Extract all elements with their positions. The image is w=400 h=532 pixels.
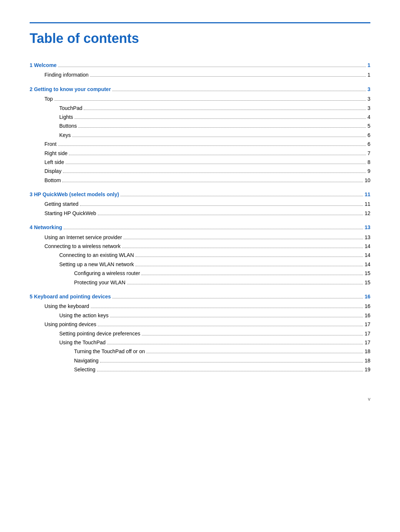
toc-entry-text: Navigating	[74, 357, 99, 365]
toc-entry-text: 5 Keyboard and pointing devices	[30, 292, 111, 301]
toc-entry-text: Display	[44, 167, 61, 175]
toc-page-number: 3	[367, 85, 370, 93]
toc-entry-text: Turning the TouchPad off or on	[74, 347, 145, 355]
toc-entry: Protecting your WLAN15	[30, 278, 370, 287]
toc-dots	[62, 182, 363, 182]
toc-page-number: 16	[364, 311, 370, 319]
toc-dots	[58, 67, 366, 67]
toc-entry-text: Buttons	[59, 122, 77, 130]
toc-entry-text: Setting up a new WLAN network	[59, 260, 134, 268]
toc-dots	[84, 110, 366, 110]
toc-dots	[100, 362, 363, 362]
toc-entry: Configuring a wireless router15	[30, 269, 370, 277]
toc-dots	[107, 344, 363, 344]
toc-dots	[110, 317, 363, 317]
toc-page-number: 1	[367, 71, 370, 79]
toc-entry-text: 3 HP QuickWeb (select models only)	[30, 190, 119, 198]
footer-page-number: v	[30, 396, 370, 402]
toc-entry: 2 Getting to know your computer3	[30, 85, 370, 93]
toc-entry-text: Setting pointing device preferences	[59, 329, 140, 338]
toc-page-number: 15	[364, 278, 370, 287]
toc-dots	[123, 239, 363, 239]
toc-page-number: 14	[364, 260, 370, 268]
toc-entry: Bottom10	[30, 176, 370, 184]
toc-entry-text: Top	[44, 95, 53, 103]
toc-page-number: 17	[364, 320, 370, 328]
toc-entry-text: TouchPad	[59, 104, 82, 112]
toc-page-number: 6	[367, 131, 370, 139]
toc-page-number: 14	[364, 242, 370, 250]
toc-dots	[127, 284, 363, 284]
toc-entry-text: Getting started	[44, 200, 79, 208]
toc-page-number: 12	[364, 209, 370, 217]
toc-page-number: 14	[364, 251, 370, 259]
toc-entry-text: 4 Networking	[30, 223, 62, 231]
toc-entry: 5 Keyboard and pointing devices16	[30, 292, 370, 301]
toc-entry: Navigating18	[30, 357, 370, 365]
toc-dots	[80, 205, 363, 206]
toc-entry: 4 Networking13	[30, 223, 370, 231]
toc-entry: Using pointing devices17	[30, 320, 370, 328]
toc-page-number: 1	[367, 61, 370, 69]
toc-entry: Top3	[30, 95, 370, 103]
toc-entry: Using the action keys16	[30, 311, 370, 319]
toc-dots	[66, 164, 366, 164]
toc-entry: Setting up a new WLAN network14	[30, 260, 370, 268]
toc-entry: Using the keyboard16	[30, 302, 370, 310]
toc-entry: 3 HP QuickWeb (select models only)11	[30, 190, 370, 198]
toc-entry-text: Using an Internet service provider	[44, 233, 122, 241]
toc-container: 1 Welcome1Finding information12 Getting …	[30, 61, 370, 374]
toc-entry: Using an Internet service provider13	[30, 233, 370, 241]
toc-entry-text: Finding information	[44, 71, 89, 79]
toc-dots	[54, 100, 366, 101]
toc-page-number: 18	[364, 357, 370, 365]
toc-entry: Right side7	[30, 149, 370, 157]
toc-dots	[98, 215, 363, 215]
toc-page-number: 3	[367, 104, 370, 112]
toc-entry-text: Selecting	[74, 365, 96, 374]
toc-entry: Getting started11	[30, 200, 370, 208]
toc-dots	[142, 335, 363, 335]
toc-page-number: 9	[367, 167, 370, 175]
toc-entry-text: Connecting to an existing WLAN	[59, 251, 134, 259]
toc-entry-text: Protecting your WLAN	[74, 278, 126, 287]
toc-dots	[74, 118, 366, 119]
toc-entry: TouchPad3	[30, 104, 370, 112]
toc-dots	[136, 257, 363, 257]
toc-dots	[72, 137, 366, 137]
toc-entry-text: Using the keyboard	[44, 302, 89, 310]
toc-entry-text: Using the action keys	[59, 311, 109, 319]
toc-entry-text: Using the TouchPad	[59, 338, 106, 347]
toc-entry: Using the TouchPad17	[30, 338, 370, 347]
toc-dots	[64, 229, 363, 229]
toc-page-number: 15	[364, 269, 370, 277]
toc-entry: Left side8	[30, 158, 370, 166]
toc-page-number: 8	[367, 158, 370, 166]
toc-dots	[120, 196, 363, 196]
toc-page-number: 17	[364, 338, 370, 347]
toc-dots	[91, 308, 363, 308]
toc-entry: 1 Welcome1	[30, 61, 370, 69]
toc-dots	[63, 173, 366, 173]
toc-dots	[136, 266, 363, 266]
toc-entry: Selecting19	[30, 365, 370, 374]
toc-entry-text: 1 Welcome	[30, 61, 57, 69]
toc-dots	[78, 127, 366, 128]
toc-entry-text: 2 Getting to know your computer	[30, 85, 111, 93]
toc-page-number: 7	[367, 149, 370, 157]
toc-dots	[146, 353, 363, 353]
toc-dots	[98, 326, 363, 326]
toc-entry: Display9	[30, 167, 370, 175]
toc-entry: Connecting to an existing WLAN14	[30, 251, 370, 259]
toc-page-number: 16	[364, 302, 370, 310]
toc-dots	[122, 248, 363, 248]
toc-entry: Front6	[30, 140, 370, 148]
toc-entry: Finding information1	[30, 71, 370, 79]
toc-dots	[112, 298, 363, 298]
toc-entry-text: Bottom	[44, 176, 61, 184]
toc-dots	[69, 155, 366, 155]
toc-entry-text: Lights	[59, 113, 73, 121]
toc-page-number: 10	[364, 176, 370, 184]
toc-page-number: 16	[364, 292, 370, 301]
toc-entry-text: Front	[44, 140, 57, 148]
